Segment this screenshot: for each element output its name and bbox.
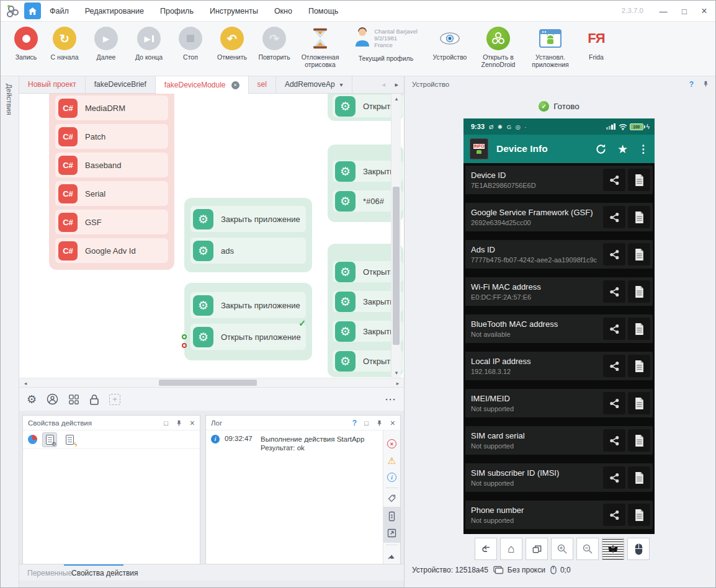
log-broom-icon[interactable] [383, 547, 400, 564]
proxy-status[interactable]: Без прокси [493, 566, 545, 575]
close-panel-icon[interactable]: × [190, 418, 195, 428]
copy-icon[interactable] [628, 504, 650, 526]
list-item-phone-number[interactable]: Phone numberNot supported [465, 501, 653, 529]
canvas-more-icon[interactable]: ⋯ [385, 393, 396, 406]
scroll-right-icon[interactable]: ▸ [393, 380, 403, 386]
action-block-open-app[interactable]: ⚙ Открыть приложение [190, 324, 306, 350]
canvas-profile-icon[interactable] [47, 393, 58, 405]
menu-edit[interactable]: Редактирование [85, 7, 144, 16]
zoom-in-button[interactable] [551, 538, 573, 560]
tab-sel[interactable]: sel [249, 76, 276, 93]
flowchart-canvas[interactable]: C# MediaDRM C# Patch C# Baseband C# Seri… [19, 94, 404, 378]
tab-variables[interactable]: Переменные [27, 569, 72, 577]
list-item-imsi[interactable]: SIM subscriber ID (IMSI)Not supported [465, 463, 653, 492]
canvas-lock-icon[interactable] [89, 394, 99, 405]
zoom-out-button[interactable] [576, 538, 599, 560]
group-close-app-ads[interactable]: ⚙ Закрыть приложение ⚙ ads [184, 198, 312, 272]
action-block-close-app[interactable]: ⚙ Закрыть приложение [190, 206, 306, 232]
maximize-panel-icon[interactable]: □ [364, 419, 369, 427]
open-in-zennodroid-button[interactable]: Открыть вZennoDroid [473, 27, 523, 76]
log-filter-warnings-icon[interactable]: ⚠ [383, 452, 400, 469]
redo-button[interactable]: ↷ Повторить [254, 27, 295, 76]
share-icon[interactable] [603, 429, 625, 452]
list-item-ads-id[interactable]: Ads ID7777b475-fb07-4242-aee2-aa19098f1c… [465, 240, 653, 269]
copy-icon[interactable] [628, 429, 650, 452]
phone-screen[interactable]: 9:33 Ø ✱ G ◎ · 100 ϟ INFO De [463, 118, 655, 534]
record-button[interactable]: Запись [8, 27, 44, 76]
close-panel-icon[interactable]: × [390, 418, 395, 428]
log-filter-errors-icon[interactable]: × [383, 435, 400, 452]
pin-icon[interactable] [702, 80, 709, 89]
copy-icon[interactable] [628, 318, 650, 340]
pin-icon[interactable] [176, 419, 182, 427]
menu-window[interactable]: Окно [274, 7, 292, 16]
close-button[interactable]: × [698, 6, 710, 17]
installed-apps-button[interactable]: Установл.приложения [523, 27, 578, 76]
log-filter-info-icon[interactable]: i [383, 469, 400, 486]
log-expand-icon[interactable] [383, 525, 400, 541]
tab-action-properties[interactable]: Свойства действия [71, 569, 138, 577]
stop-button[interactable]: Стоп [171, 27, 210, 76]
log-autoscroll-icon[interactable] [383, 508, 400, 525]
tab-fakedevicebrief[interactable]: fakeDeviceBrief [86, 76, 156, 93]
favorite-icon[interactable]: ★ [617, 142, 628, 156]
action-block-ads[interactable]: ⚙ ads [190, 238, 306, 264]
help-icon[interactable]: ? [689, 80, 694, 89]
csharp-group[interactable]: C# MediaDRM C# Patch C# Baseband C# Seri… [49, 94, 174, 270]
home-button[interactable] [24, 2, 41, 19]
tabs-scroll-left-icon[interactable]: ◂ [382, 76, 385, 93]
mouse-mode-button[interactable] [627, 538, 650, 560]
from-start-button[interactable]: ↻ С начала [44, 27, 85, 76]
tab-dropdown-icon[interactable]: ▾ [340, 76, 343, 93]
share-icon[interactable] [603, 318, 625, 340]
chart-icon[interactable] [28, 435, 37, 444]
help-icon[interactable]: ? [352, 419, 357, 427]
share-icon[interactable] [603, 280, 625, 303]
maximize-button[interactable]: □ [678, 6, 691, 17]
action-block-baseband[interactable]: C# Baseband [55, 153, 168, 177]
action-block-close-app[interactable]: ⚙ Закрыть приложение [190, 292, 306, 318]
copy-icon[interactable] [628, 280, 650, 303]
share-icon[interactable] [603, 504, 625, 526]
tab-fakedevicemodule[interactable]: fakeDeviceModule × [156, 76, 249, 94]
tab-addremoveap[interactable]: AddRemoveAp ▾ [276, 76, 352, 93]
share-icon[interactable] [603, 243, 625, 265]
tabs-scroll-right-icon[interactable]: ▸ [395, 76, 398, 93]
copy-icon[interactable] [628, 466, 650, 489]
next-button[interactable]: ▶ Далее [85, 27, 127, 76]
frida-button[interactable]: FЯ Frida [578, 27, 615, 76]
home-nav-button[interactable]: ⌂ [500, 538, 522, 560]
list-item-bluetooth-mac[interactable]: BlueTooth MAC addressNot available [465, 314, 653, 343]
back-button[interactable] [475, 538, 497, 560]
canvas-horizontal-scrollbar[interactable]: ◂ ▸ [19, 378, 404, 387]
action-block-patch[interactable]: C# Patch [55, 124, 168, 149]
undo-button[interactable]: ↶ Отменить [210, 27, 254, 76]
pin-icon[interactable] [376, 419, 383, 427]
canvas-settings-icon[interactable]: ⚙ [27, 393, 37, 406]
share-icon[interactable] [603, 392, 625, 414]
list-item-sim-serial[interactable]: SIM card serialNot supported [465, 426, 653, 455]
share-icon[interactable] [603, 206, 625, 228]
action-block-serial[interactable]: C# Serial [55, 181, 168, 206]
group-close-open-app[interactable]: ⚙ Закрыть приложение ⚙ Открыть приложени… [184, 283, 312, 360]
recents-button[interactable] [526, 538, 548, 560]
share-icon[interactable] [603, 466, 625, 489]
scroll-up-icon[interactable]: ▴ [392, 96, 401, 102]
app-menu-icon[interactable]: ⋮ [638, 143, 648, 156]
copy-icon[interactable] [628, 169, 650, 191]
canvas-grid-icon[interactable] [68, 394, 79, 405]
canvas-add-icon[interactable]: + [109, 394, 120, 405]
list-item-gsf[interactable]: Google Service Framework (GSF)2692e6394d… [465, 203, 653, 231]
copy-icon[interactable] [628, 243, 650, 265]
to-end-button[interactable]: ▶ До конца [127, 27, 171, 76]
action-block-google-adv-id[interactable]: C# Google Adv Id [55, 238, 168, 263]
maximize-panel-icon[interactable]: □ [164, 419, 168, 427]
canvas-vertical-scrollbar[interactable]: ▴ ▾ [391, 94, 401, 378]
current-profile-button[interactable]: Chantal Barjavel 9/2/1981 France Текущий… [346, 27, 426, 76]
scroll-left-icon[interactable]: ◂ [20, 380, 30, 386]
screenshot-mode-button[interactable] [602, 538, 624, 560]
list-item-wifi-mac[interactable]: Wi-Fi MAC addressE0:DC:FF:2A:57:E6 [465, 277, 653, 306]
list-item-device-id[interactable]: Device ID7E1AB29860756E6D [465, 166, 653, 194]
share-icon[interactable] [603, 169, 625, 191]
action-block-gsf[interactable]: C# GSF [55, 210, 168, 234]
